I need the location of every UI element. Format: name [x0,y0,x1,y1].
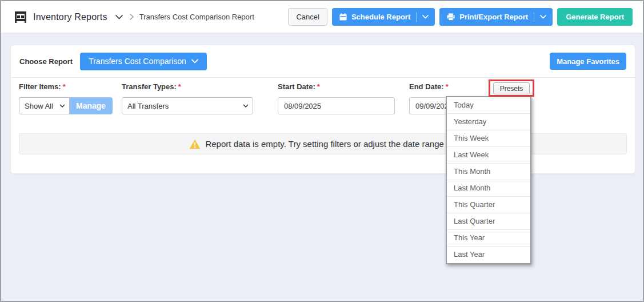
preset-menu-item[interactable]: This Week [447,130,530,147]
report-module[interactable]: Inventory Reports [14,11,123,23]
calendar-icon [339,13,347,21]
report-select-label: Transfers Cost Comparison [89,57,186,66]
schedule-report-button[interactable]: Schedule Report [332,8,435,26]
transfer-types-label: Transfer Types:* [122,82,181,91]
start-date-label: Start Date:* [278,82,320,91]
chevron-right-icon [130,14,134,20]
end-date-label: End Date:* [409,82,449,91]
required-asterisk: * [63,82,66,91]
preset-menu-item[interactable]: Today [447,97,530,114]
transfer-types-select[interactable]: All Transfers [122,97,253,114]
transfer-types-select-wrap: All Transfers [122,97,253,114]
app-window: Inventory Reports Transfers Cost Compari… [0,0,644,302]
printer-icon [447,13,455,21]
page-title: Inventory Reports [33,12,107,22]
header-bar: Inventory Reports Transfers Cost Compari… [1,1,643,33]
breadcrumb: Transfers Cost Comparison Report [139,13,254,21]
header-actions: Cancel Schedule Report [288,8,633,26]
required-asterisk: * [317,82,320,91]
presets-button[interactable]: Presets [493,82,530,94]
preset-menu-item[interactable]: This Month [447,164,530,180]
generate-report-button[interactable]: Generate Report [557,8,633,26]
chevron-down-icon[interactable] [417,15,434,19]
preset-menu-item[interactable]: This Year [447,230,530,247]
filter-items-label: Filter Items:* [19,82,66,91]
preset-menu-item[interactable]: Last Year [447,247,530,263]
chevron-down-icon [191,59,198,63]
filter-items-select[interactable]: Show All [19,97,70,114]
filter-items-select-wrap: Show All [19,97,70,114]
filter-items-group: Show All Manage [19,97,113,114]
presets-menu: TodayYesterdayThis WeekLast WeekThis Mon… [446,96,531,264]
choose-report-label: Choose Report [19,57,73,66]
print-export-report-button[interactable]: Print/Export Report [439,8,553,26]
chevron-down-icon [115,15,123,19]
cancel-button[interactable]: Cancel [288,8,327,26]
preset-menu-item[interactable]: This Quarter [447,197,530,213]
preset-menu-item[interactable]: Last Quarter [447,213,530,230]
report-panel: Choose Report Transfers Cost Comparison … [10,45,635,174]
start-date-group [278,97,395,114]
preset-menu-item[interactable]: Yesterday [447,114,530,130]
manage-button[interactable]: Manage [69,97,113,114]
required-asterisk: * [446,82,449,91]
start-date-input[interactable] [278,97,395,114]
choose-report-row: Choose Report Transfers Cost Comparison … [11,45,635,78]
preset-menu-item[interactable]: Last Month [447,180,530,197]
warning-icon [189,139,201,149]
schedule-report-label: Schedule Report [351,13,410,21]
transfer-types-group: All Transfers [122,97,253,114]
chevron-down-icon[interactable] [534,15,552,19]
print-export-report-label: Print/Export Report [459,13,528,21]
report-select-button[interactable]: Transfers Cost Comparison [80,53,207,70]
empty-report-text: Report data is empty. Try setting filter… [205,139,456,149]
inventory-icon [14,11,27,23]
manage-favorites-button[interactable]: Manage Favorites [550,53,626,70]
empty-report-message: Report data is empty. Try setting filter… [19,133,627,154]
required-asterisk: * [178,82,181,91]
preset-menu-item[interactable]: Last Week [447,147,530,164]
